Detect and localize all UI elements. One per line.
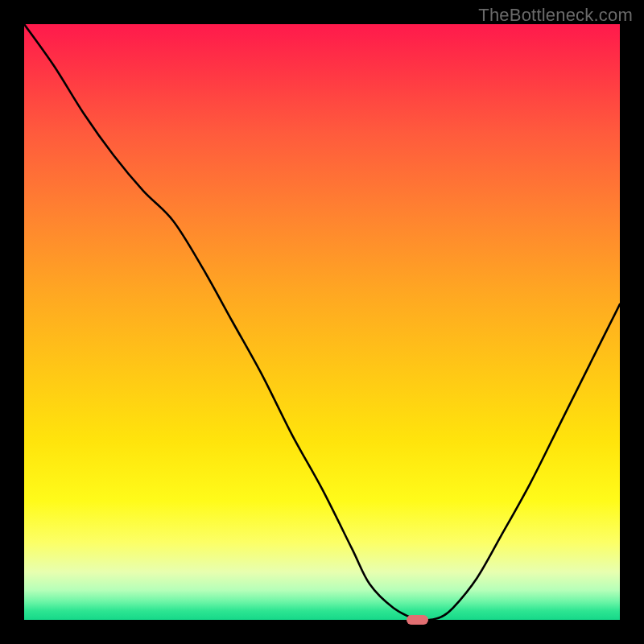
plot-area	[24, 24, 620, 620]
watermark-text: TheBottleneck.com	[478, 5, 633, 26]
curve-svg	[24, 24, 620, 620]
optimal-marker	[407, 615, 428, 625]
bottleneck-curve	[24, 24, 620, 620]
